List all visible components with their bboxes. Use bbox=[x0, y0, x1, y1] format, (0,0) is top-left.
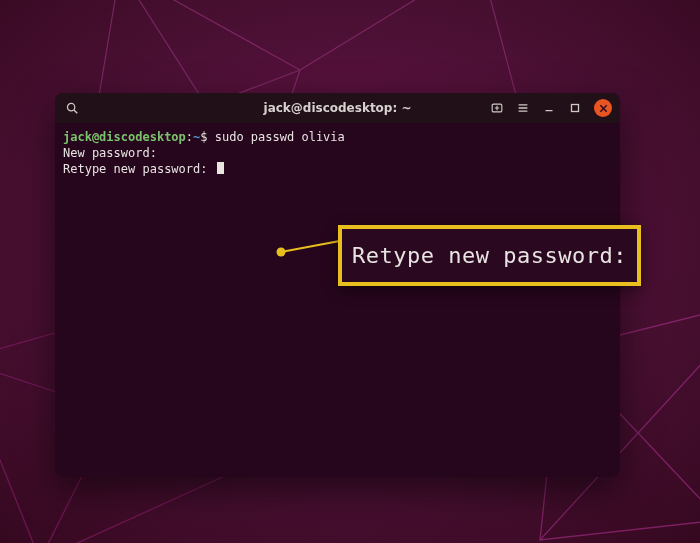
maximize-icon[interactable] bbox=[568, 101, 582, 115]
prompt-sep: : bbox=[186, 130, 193, 144]
minimize-icon[interactable] bbox=[542, 101, 556, 115]
prompt-dollar: $ bbox=[200, 130, 214, 144]
window-titlebar[interactable]: jack@discodesktop: ~ bbox=[55, 93, 620, 123]
command-text: sudo passwd olivia bbox=[215, 130, 345, 144]
terminal-body[interactable]: jack@discodesktop:~$ sudo passwd olivia … bbox=[55, 123, 620, 477]
svg-rect-10 bbox=[572, 105, 579, 112]
prompt-user-host: jack@discodesktop bbox=[63, 130, 186, 144]
terminal-line-1: jack@discodesktop:~$ sudo passwd olivia bbox=[63, 129, 612, 145]
terminal-line-3: Retype new password: bbox=[63, 161, 612, 177]
new-tab-icon[interactable] bbox=[490, 101, 504, 115]
terminal-line-2: New password: bbox=[63, 145, 612, 161]
annotation-callout: Retype new password: bbox=[338, 225, 641, 286]
terminal-cursor bbox=[217, 162, 224, 174]
close-icon[interactable] bbox=[594, 99, 612, 117]
hamburger-menu-icon[interactable] bbox=[516, 101, 530, 115]
retype-prompt-text: Retype new password: bbox=[63, 162, 215, 176]
desktop-wallpaper: jack@discodesktop: ~ jac bbox=[0, 0, 700, 543]
